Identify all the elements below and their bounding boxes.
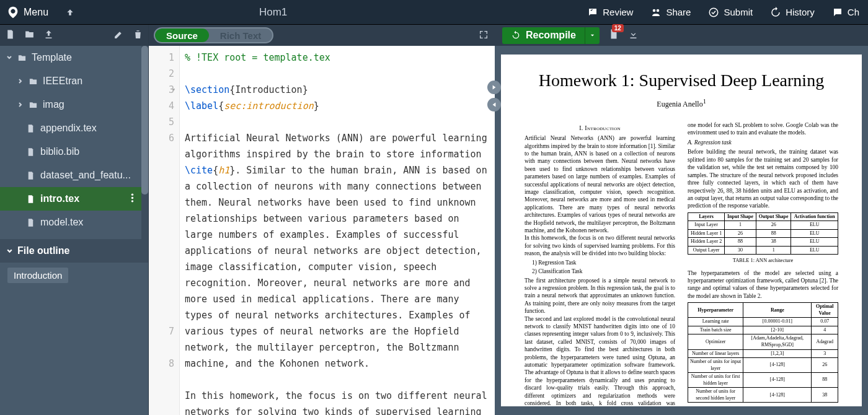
rich-text-mode-button[interactable]: Rich Text	[209, 28, 272, 42]
pdf-author: Eugenia Anello1	[525, 98, 838, 109]
menu-button[interactable]: Menu	[24, 7, 48, 18]
error-count-badge: 12	[612, 24, 624, 32]
file-tree: Template IEEEtran imag appendix.tex bibl…	[0, 46, 148, 239]
file-dataset[interactable]: dataset_and_featu...	[0, 164, 148, 187]
line-gutter: 1 2 3 4 5 6 7 8 9 10	[149, 46, 180, 415]
submit-button[interactable]: Submit	[699, 0, 761, 24]
left-sidebar: Template IEEEtran imag appendix.tex bibl…	[0, 25, 149, 415]
mode-bar: Source Rich Text	[149, 25, 495, 46]
collapse-left-icon[interactable]	[487, 98, 501, 111]
history-button[interactable]: History	[761, 0, 823, 24]
file-toolbar	[0, 25, 148, 46]
pdf-pane: Recompile 12 Homework 1: Supervised Deep…	[495, 25, 868, 415]
pdf-page: Homework 1: Supervised Deep Learning Eug…	[501, 55, 862, 406]
submit-label: Submit	[724, 7, 753, 17]
pdf-table-1: LayersInput ShapeOutput ShapeActivation …	[688, 212, 838, 255]
folder-imag[interactable]: imag	[0, 93, 148, 116]
collapse-right-icon[interactable]	[487, 81, 501, 94]
pdf-col-left: I. Introduction Artificial Neural Networ…	[525, 121, 675, 406]
new-folder-icon[interactable]	[24, 29, 35, 42]
chat-label: Ch	[848, 7, 859, 17]
file-appendix[interactable]: appendix.tex	[0, 116, 148, 140]
pdf-title: Homework 1: Supervised Deep Learning	[525, 71, 838, 90]
recompile-dropdown-icon[interactable]	[585, 27, 600, 44]
editor-pane: Source Rich Text 1 2 3 4 5 6 7 8 9 10	[149, 25, 495, 415]
overleaf-logo-icon[interactable]	[6, 6, 20, 19]
outline-body: Introduction	[0, 263, 148, 415]
download-pdf-icon[interactable]	[628, 29, 639, 42]
rename-icon[interactable]	[113, 29, 124, 42]
svg-point-3	[131, 193, 133, 195]
svg-point-5	[131, 200, 133, 202]
new-file-icon[interactable]	[5, 29, 16, 42]
folder-template[interactable]: Template	[0, 46, 148, 69]
mode-toggle: Source Rich Text	[154, 27, 273, 43]
pdf-viewer[interactable]: Homework 1: Supervised Deep Learning Eug…	[495, 46, 868, 415]
svg-point-4	[131, 196, 133, 198]
pdf-col-right: one model for each SL problem to solve. …	[688, 121, 838, 406]
file-outline-header[interactable]: File outline	[0, 239, 148, 263]
review-button[interactable]: Review	[578, 0, 642, 24]
pdf-table-2: HyperparameterRangeOptimal Value Learnin…	[688, 302, 838, 403]
top-bar: Menu Hom1 Review Share Submit History Ch	[0, 0, 868, 25]
top-actions: Review Share Submit History Ch	[578, 0, 868, 24]
file-menu-icon[interactable]	[128, 193, 137, 205]
code-editor[interactable]: 1 2 3 4 5 6 7 8 9 10 % !TEX root = templ…	[149, 46, 495, 415]
tree-scrollbar[interactable]	[141, 46, 148, 239]
code-content[interactable]: % !TEX root = template.tex \section{Intr…	[180, 46, 495, 415]
logs-button[interactable]: 12	[608, 28, 619, 42]
share-label: Share	[666, 7, 691, 17]
chat-button[interactable]: Ch	[823, 0, 868, 24]
split-handle[interactable]	[487, 81, 501, 111]
upload-icon[interactable]	[43, 29, 54, 42]
back-to-projects-icon[interactable]	[61, 8, 79, 17]
recompile-button[interactable]: Recompile	[502, 27, 600, 44]
source-mode-button[interactable]: Source	[155, 28, 209, 42]
svg-point-2	[710, 8, 719, 17]
folder-ieeetran[interactable]: IEEEtran	[0, 69, 148, 93]
outline-item-introduction[interactable]: Introduction	[7, 268, 68, 283]
file-intro-active[interactable]: intro.tex	[0, 187, 148, 211]
review-label: Review	[603, 7, 633, 17]
svg-point-1	[657, 9, 660, 12]
file-biblio[interactable]: biblio.bib	[0, 140, 148, 164]
file-model[interactable]: model.tex	[0, 211, 148, 234]
delete-icon[interactable]	[133, 29, 143, 42]
svg-point-0	[653, 9, 656, 12]
project-title[interactable]: Hom1	[79, 6, 578, 19]
history-label: History	[786, 7, 815, 17]
expand-editor-icon[interactable]	[479, 30, 489, 42]
share-button[interactable]: Share	[642, 0, 699, 24]
compile-bar: Recompile 12	[495, 25, 868, 46]
